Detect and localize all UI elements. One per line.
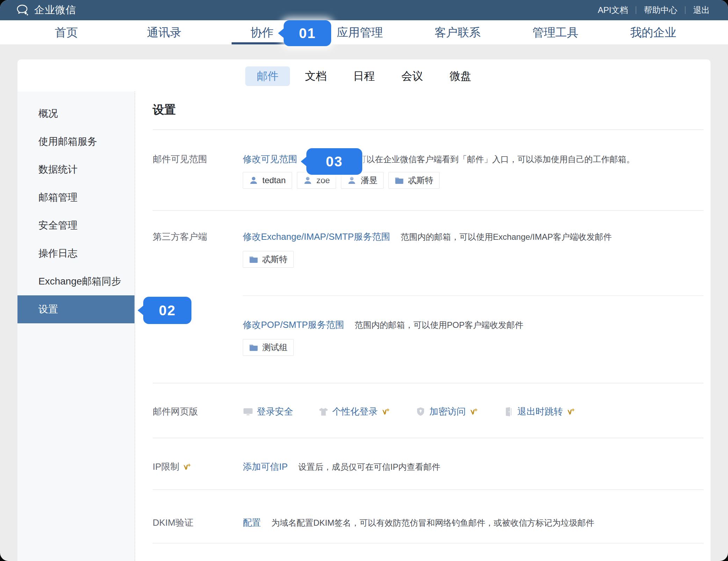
- sidebar-item-mailbox-management[interactable]: 邮箱管理: [17, 184, 134, 211]
- pop-smtp-body: 修改POP/SMTP服务范围 范围内的邮箱，可以使用POP客户端收发邮件: [243, 319, 704, 331]
- webmail-body: 登录安全 个性化登录 加密访问 退出时跳转: [243, 405, 704, 418]
- annotation-step-1: 01: [284, 20, 331, 46]
- exchange-tags: 忒斯特: [243, 251, 294, 268]
- brand[interactable]: 企业微信: [16, 3, 76, 17]
- sidebar-item-operation-log[interactable]: 操作日志: [17, 239, 134, 267]
- mail-visibility-label: 邮件可见范围: [153, 153, 243, 165]
- divider: [153, 489, 704, 490]
- third-party-row: 第三方客户端 修改Exchange/IMAP/SMTP服务范围 范围内的邮箱，可…: [153, 231, 704, 243]
- annotation-step-3: 03: [306, 148, 362, 175]
- person-icon: [249, 176, 258, 185]
- person-icon: [347, 176, 356, 185]
- folder-icon: [395, 176, 404, 185]
- separator: [636, 6, 636, 14]
- tshirt-icon: [318, 407, 329, 417]
- folder-icon: [249, 255, 258, 264]
- app-window: 企业微信 API文档 帮助中心 退出 首页 通讯录 协作 应用管理 客户联系 管…: [0, 0, 728, 561]
- annotation-step-2: 02: [143, 297, 191, 324]
- webmail-links: 登录安全 个性化登录 加密访问 退出时跳转: [243, 405, 575, 418]
- member-tag: tedtan: [243, 172, 292, 189]
- premium-icon: [381, 407, 390, 416]
- premium-icon: [182, 462, 191, 472]
- pop-description: 范围内的邮箱，可以使用POP客户端收发邮件: [355, 319, 523, 331]
- ip-restriction-row: IP限制 添加可信IP 设置后，成员仅可在可信IP内查看邮件: [153, 461, 704, 473]
- badge-tail: [278, 28, 284, 38]
- login-security-link[interactable]: 登录安全: [243, 405, 293, 418]
- nav-tab-home[interactable]: 首页: [17, 20, 115, 44]
- ip-restriction-body: 添加可信IP 设置后，成员仅可在可信IP内查看邮件: [243, 461, 704, 473]
- encrypted-access-link[interactable]: 加密访问: [415, 405, 478, 418]
- divider: [153, 383, 704, 383]
- nav-tab-admin-tools[interactable]: 管理工具: [507, 20, 604, 44]
- webmail-label: 邮件网页版: [153, 405, 243, 418]
- divider: [153, 438, 704, 438]
- department-tag: 测试组: [243, 339, 294, 356]
- department-tag: 忒斯特: [243, 251, 294, 268]
- dkim-row: DKIM验证 配置 为域名配置DKIM签名，可以有效防范仿冒和网络钓鱼邮件，或被…: [153, 517, 704, 529]
- shield-icon: [415, 407, 426, 417]
- dkim-description: 为域名配置DKIM签名，可以有效防范仿冒和网络钓鱼邮件，或被收信方标记为垃圾邮件: [271, 517, 594, 528]
- nav-tab-customers[interactable]: 客户联系: [409, 20, 507, 44]
- mail-visibility-row: 邮件可见范围 修改可见范围 范围内的成员可以在企业微信客户端看到「邮件」入口，可…: [153, 153, 704, 165]
- webmail-row: 邮件网页版 登录安全 个性化登录 加密访问: [153, 405, 704, 418]
- help-center-link[interactable]: 帮助中心: [644, 5, 677, 16]
- sidebar-item-settings[interactable]: 设置: [17, 295, 134, 323]
- api-docs-link[interactable]: API文档: [598, 5, 628, 16]
- edit-exchange-scope-link[interactable]: 修改Exchange/IMAP/SMTP服务范围: [243, 231, 390, 243]
- mail-visibility-body: 修改可见范围 范围内的成员可以在企业微信客户端看到「邮件」入口，可以添加使用自己…: [243, 153, 704, 165]
- monitor-icon: [243, 407, 253, 417]
- dkim-configure-link[interactable]: 配置: [243, 517, 261, 529]
- edit-pop-scope-link[interactable]: 修改POP/SMTP服务范围: [243, 319, 344, 331]
- divider: [153, 543, 704, 544]
- divider: [153, 129, 704, 130]
- brand-title: 企业微信: [34, 3, 76, 17]
- badge-tail: [138, 305, 144, 316]
- pop-smtp-row: 修改POP/SMTP服务范围 范围内的邮箱，可以使用POP客户端收发邮件: [243, 319, 704, 331]
- third-party-body: 修改Exchange/IMAP/SMTP服务范围 范围内的邮箱，可以使用Exch…: [243, 231, 704, 243]
- personalized-login-link[interactable]: 个性化登录: [318, 405, 390, 418]
- separator: [685, 6, 685, 14]
- mail-sidebar: 概况 使用邮箱服务 数据统计 邮箱管理 安全管理 操作日志 Exchange邮箱…: [17, 92, 135, 561]
- sidebar-item-security-management[interactable]: 安全管理: [17, 211, 134, 239]
- sidebar-item-use-mail-service[interactable]: 使用邮箱服务: [17, 128, 134, 156]
- nav-tabs: 首页 通讯录 协作 应用管理 客户联系 管理工具 我的企业: [17, 20, 702, 44]
- ip-restriction-description: 设置后，成员仅可在可信IP内查看邮件: [298, 461, 441, 473]
- sub-divider: [243, 295, 704, 296]
- sidebar-item-exchange-sync[interactable]: Exchange邮箱同步: [17, 267, 134, 295]
- edit-visibility-link[interactable]: 修改可见范围: [243, 153, 297, 165]
- logout-redirect-link[interactable]: 退出时跳转: [503, 405, 575, 418]
- third-party-label: 第三方客户端: [153, 231, 243, 243]
- nav-tab-my-company[interactable]: 我的企业: [604, 20, 702, 44]
- pop-tags: 测试组: [243, 339, 294, 356]
- premium-icon: [469, 407, 478, 416]
- wecom-logo-icon: [16, 3, 29, 17]
- logout-link[interactable]: 退出: [693, 5, 710, 16]
- department-tag: 忒斯特: [388, 172, 439, 189]
- exchange-description: 范围内的邮箱，可以使用Exchange/IMAP客户端收发邮件: [401, 231, 612, 243]
- settings-content: 设置 邮件可见范围 修改可见范围 范围内的成员可以在企业微信客户端看到「邮件」入…: [135, 59, 711, 561]
- main-nav: 首页 通讯录 协作 应用管理 客户联系 管理工具 我的企业: [0, 20, 728, 44]
- add-trusted-ip-link[interactable]: 添加可信IP: [243, 461, 288, 473]
- premium-icon: [566, 407, 575, 416]
- page-title: 设置: [153, 102, 176, 118]
- door-icon: [503, 407, 514, 417]
- top-bar: 企业微信 API文档 帮助中心 退出: [0, 0, 728, 20]
- topbar-links: API文档 帮助中心 退出: [598, 5, 710, 16]
- ip-restriction-label: IP限制: [153, 461, 243, 473]
- person-icon: [303, 176, 312, 185]
- divider: [153, 210, 704, 211]
- sidebar-item-overview[interactable]: 概况: [17, 100, 134, 128]
- dkim-body: 配置 为域名配置DKIM签名，可以有效防范仿冒和网络钓鱼邮件，或被收信方标记为垃…: [243, 517, 704, 529]
- sidebar-item-statistics[interactable]: 数据统计: [17, 156, 134, 184]
- badge-tail: [301, 156, 307, 167]
- dkim-label: DKIM验证: [153, 517, 243, 529]
- folder-icon: [249, 343, 258, 352]
- nav-tab-contacts[interactable]: 通讯录: [115, 20, 213, 44]
